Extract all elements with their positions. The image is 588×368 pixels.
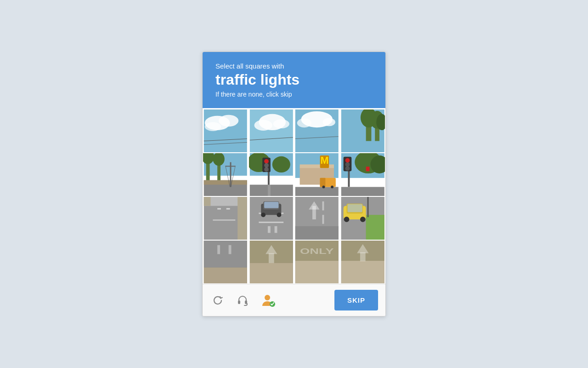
audio-button[interactable] (235, 293, 250, 308)
svg-rect-50 (320, 178, 326, 187)
svg-rect-67 (213, 219, 235, 221)
svg-rect-96 (367, 197, 368, 217)
grid-cell-6[interactable]: M (294, 153, 340, 196)
svg-rect-66 (226, 208, 230, 210)
grid-cell-2[interactable] (294, 109, 340, 153)
svg-rect-107 (268, 253, 274, 264)
svg-rect-30 (226, 166, 236, 167)
grid-cell-12[interactable] (203, 240, 249, 284)
svg-point-119 (265, 295, 270, 300)
svg-rect-69 (204, 197, 211, 206)
svg-rect-48 (295, 187, 339, 196)
captcha-header: Select all squares with traffic lights I… (203, 52, 385, 108)
refresh-button[interactable] (210, 293, 226, 308)
grid-cell-5[interactable] (249, 153, 294, 196)
svg-text:M: M (320, 155, 328, 167)
captcha-hint: If there are none, click skip (215, 91, 373, 98)
skip-button[interactable]: SKIP (334, 290, 378, 310)
svg-rect-83 (322, 201, 324, 211)
svg-point-94 (344, 217, 349, 222)
svg-point-13 (297, 119, 311, 128)
svg-point-2 (219, 115, 238, 126)
svg-rect-61 (366, 167, 369, 171)
user-verified-button[interactable] (260, 292, 277, 309)
svg-rect-79 (274, 226, 277, 233)
grid-cell-4[interactable] (203, 153, 249, 196)
svg-rect-116 (360, 253, 365, 262)
svg-point-40 (264, 167, 269, 172)
svg-point-76 (261, 213, 266, 217)
svg-point-39 (264, 163, 269, 168)
captcha-subtitle: Select all squares with (215, 62, 373, 70)
svg-rect-41 (249, 185, 293, 196)
svg-rect-86 (295, 226, 339, 240)
captcha-widget: Select all squares with traffic lights I… (202, 52, 386, 316)
svg-rect-28 (204, 180, 247, 185)
grid-cell-1[interactable] (249, 109, 294, 153)
svg-point-58 (345, 158, 350, 163)
svg-rect-42 (267, 185, 270, 196)
refresh-icon (212, 294, 224, 306)
svg-rect-102 (204, 241, 247, 283)
svg-point-77 (277, 213, 281, 217)
svg-point-8 (254, 120, 272, 131)
svg-rect-105 (249, 263, 293, 283)
svg-rect-65 (217, 208, 221, 210)
footer-icons (210, 292, 277, 309)
svg-rect-84 (322, 215, 324, 224)
captcha-main-title: traffic lights (215, 72, 373, 88)
svg-rect-72 (259, 222, 283, 223)
svg-point-9 (273, 120, 289, 129)
grid-cell-8[interactable] (203, 196, 249, 240)
svg-rect-68 (237, 197, 247, 240)
svg-point-95 (360, 217, 365, 222)
svg-point-3 (205, 122, 221, 132)
svg-rect-117 (238, 300, 240, 304)
svg-rect-114 (341, 261, 384, 283)
svg-point-59 (345, 162, 350, 167)
svg-point-60 (345, 166, 350, 171)
captcha-grid: M (203, 108, 385, 284)
svg-rect-110 (295, 261, 339, 283)
grid-cell-9[interactable] (249, 196, 294, 240)
svg-point-51 (322, 186, 325, 189)
svg-rect-75 (264, 202, 278, 208)
headset-icon (237, 294, 249, 306)
svg-rect-90 (366, 215, 384, 240)
svg-point-35 (272, 156, 290, 172)
grid-cell-0[interactable] (203, 109, 249, 153)
svg-rect-78 (267, 226, 270, 233)
grid-cell-10[interactable] (294, 196, 340, 240)
svg-rect-93 (347, 204, 362, 213)
svg-point-38 (264, 159, 269, 164)
grid-cell-15[interactable] (340, 240, 386, 284)
grid-cell-3[interactable] (340, 109, 386, 153)
svg-point-52 (331, 186, 334, 189)
grid-cell-11[interactable] (340, 196, 386, 240)
svg-rect-62 (341, 187, 384, 196)
captcha-footer: SKIP (203, 284, 385, 316)
svg-point-14 (322, 118, 335, 126)
svg-text:ONLY: ONLY (300, 247, 334, 256)
grid-cell-7[interactable] (340, 153, 386, 196)
user-verified-icon (261, 294, 275, 307)
grid-cell-14[interactable]: ONLY (294, 240, 340, 284)
grid-cell-13[interactable] (249, 240, 294, 284)
